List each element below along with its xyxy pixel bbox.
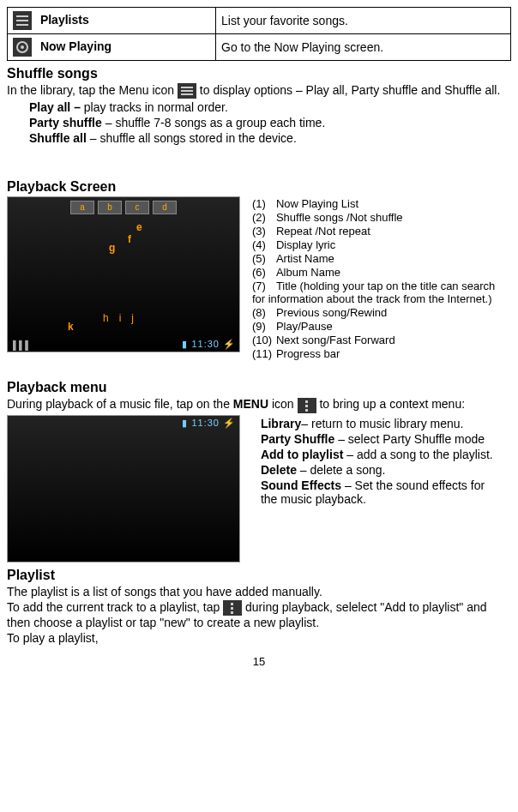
legend-num: (3) [252, 225, 276, 238]
term: Delete [261, 463, 297, 477]
tab-c: c [125, 201, 149, 214]
playlist-line1: The playlist is a list of songs that you… [7, 585, 511, 598]
row-label: Now Playing [40, 39, 111, 53]
shuffle-intro: In the library, tap the Menu icon to dis… [7, 83, 511, 99]
text: To add the current track to a playlist, … [7, 600, 223, 614]
legend-num: (1) [252, 197, 276, 210]
text: to bring up a context menu: [319, 397, 465, 411]
playback-legend: (1)Now Playing List (2)Shuffle songs /No… [252, 196, 509, 361]
tab-d: d [153, 201, 177, 214]
letter-h: h [103, 312, 119, 324]
letter-f: f [128, 233, 131, 245]
letter-e: e [136, 221, 142, 233]
text: icon [268, 397, 297, 411]
term: Library [261, 417, 301, 430]
legend-text: Next song/Fast Forward [276, 334, 395, 346]
letter-j: j [131, 312, 144, 324]
playback-menu-intro: During playback of a music file, tap on … [7, 397, 511, 412]
feature-table: Playlists List your favorite songs. Now … [7, 7, 511, 61]
term: Add to playlist [261, 448, 343, 461]
legend-text: Play/Pause [276, 320, 333, 333]
term: Party shuffle [29, 116, 102, 129]
legend-text: Artist Name [276, 252, 334, 265]
time-text: 11:30 [191, 339, 220, 349]
desc: – select Party Shuffle mode [334, 432, 485, 446]
row-desc: Go to the Now Playing screen. [216, 34, 511, 61]
playback-menu-heading: Playback menu [7, 380, 511, 395]
tab-a: a [70, 201, 94, 214]
term: Sound Effects [261, 478, 341, 492]
menu-screenshot: ▮ 11:30 ⚡ [7, 415, 240, 562]
shuffle-item: Play all – play tracks in normal order. [29, 100, 511, 114]
legend-num: (7) [252, 280, 276, 292]
shuffle-item: Party shuffle – shuffle 7-8 songs as a g… [29, 116, 511, 129]
status-time: ▮ 11:30 ⚡ [182, 418, 236, 429]
legend-text: Title (holding your tap on the title can… [252, 280, 495, 305]
menu-legend: Library– return to music library menu. P… [261, 415, 501, 508]
legend-text: Shuffle songs /Not shuffle [276, 211, 403, 224]
letter-i: i [119, 312, 132, 324]
legend-text: Now Playing List [276, 197, 358, 210]
playback-screen-heading: Playback Screen [7, 179, 511, 195]
text: In the library, tap the Menu icon [7, 83, 178, 97]
row-desc: List your favorite songs. [216, 8, 511, 34]
menu-dots-icon [298, 398, 316, 413]
playlist-heading: Playlist [7, 568, 511, 583]
legend-text: Progress bar [276, 347, 340, 360]
svg-point-4 [21, 45, 24, 49]
legend-num: (4) [252, 238, 276, 251]
legend-num: (8) [252, 306, 276, 319]
desc: – delete a song. [297, 463, 386, 477]
term: Party Shuffle [261, 432, 334, 446]
controls-letters: hij [8, 312, 239, 324]
legend-num: (10) [252, 334, 276, 346]
row-playlists: Playlists [8, 8, 216, 34]
desc: – shuffle all songs stored in the device… [87, 131, 297, 145]
status-time: ▮ 11:30 ⚡ [182, 339, 236, 350]
row-label: Playlists [40, 13, 89, 27]
legend-text: Display lyric [276, 238, 335, 251]
desc: – return to music library menu. [301, 417, 463, 430]
shuffle-item: Shuffle all – shuffle all songs stored i… [29, 131, 511, 145]
playback-screenshot: a b c d e f g hij k ▌▌▌ ▮ 11:30 ⚡ [7, 196, 240, 352]
desc: play tracks in normal order. [84, 100, 228, 114]
text: During playback of a music file, tap on … [7, 397, 233, 411]
row-now-playing: Now Playing [8, 34, 216, 61]
signal-icon: ▌▌▌ [13, 340, 31, 350]
playlist-line3: To play a playlist, [7, 631, 511, 645]
shuffle-heading: Shuffle songs [7, 66, 511, 81]
desc: – shuffle 7-8 songs as a group each time… [102, 116, 325, 129]
legend-num: (9) [252, 320, 276, 333]
term: Play all – [29, 100, 84, 114]
legend-num: (5) [252, 252, 276, 265]
term: Shuffle all [29, 131, 87, 145]
legend-num: (2) [252, 211, 276, 224]
text: to display options – Play all, Party shu… [200, 83, 500, 97]
legend-num: (11) [252, 347, 276, 360]
menu-dots-icon [223, 600, 242, 616]
menu-word: MENU [233, 397, 268, 411]
legend-text: Album Name [276, 266, 340, 279]
now-playing-icon [13, 38, 32, 57]
legend-num: (6) [252, 266, 276, 279]
letter-g: g [109, 242, 115, 254]
legend-text: Repeat /Not repeat [276, 225, 370, 238]
playlist-line2: To add the current track to a playlist, … [7, 600, 511, 629]
tab-b: b [98, 201, 122, 214]
menu-icon [178, 83, 196, 99]
playlists-icon [13, 11, 32, 30]
page-number: 15 [7, 655, 511, 668]
letter-k: k [68, 321, 74, 333]
desc: – add a song to the playlist. [343, 448, 492, 461]
legend-text: Previous song/Rewind [276, 306, 387, 319]
